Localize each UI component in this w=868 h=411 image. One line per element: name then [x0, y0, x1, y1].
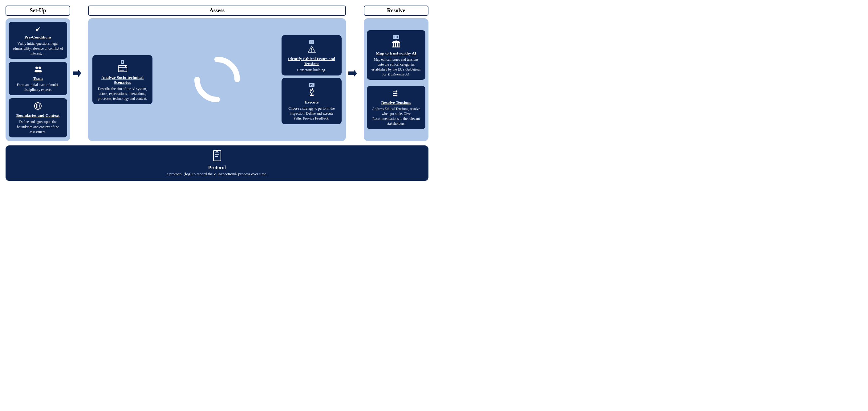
svg-rect-31	[397, 43, 398, 47]
boundaries-text: Define and agree upon the boundaries and…	[12, 119, 63, 134]
pre-conditions-text: Verify initial questions, legal admissib…	[12, 41, 63, 56]
pre-conditions-title: Pre-Conditions	[12, 35, 63, 40]
svg-marker-26	[348, 70, 357, 77]
roman-II: II	[309, 40, 314, 44]
team-text: Form an initial team of multi-disciplina…	[12, 82, 63, 92]
cycle-circle-svg	[191, 53, 243, 106]
svg-point-3	[38, 70, 42, 72]
protocol-title: Protocol	[208, 165, 226, 170]
svg-rect-32	[399, 43, 400, 47]
card-I: I Analyze Socio-technical S	[92, 55, 152, 104]
svg-point-19	[311, 52, 312, 52]
resolve-icon	[371, 90, 422, 99]
card-II-icon	[285, 45, 338, 55]
card-III-title: Map to trustworthy AI	[371, 51, 422, 56]
svg-rect-30	[395, 43, 396, 47]
svg-rect-37	[213, 150, 221, 161]
card-I-text: Describe the aim of the AI system, actor…	[96, 86, 149, 101]
assess-to-resolve-arrow	[347, 68, 357, 78]
card-IV-icon	[285, 88, 338, 98]
setup-inner: ✔ Pre-Conditions Verify initial question…	[5, 18, 70, 141]
boundaries-card: Boundaries and Context Define and agree …	[9, 98, 67, 137]
svg-point-13	[125, 66, 126, 67]
setup-column: Set-Up ✔ Pre-Conditions Verify initial q…	[5, 5, 70, 141]
assess-layout: I Analyze Socio-technical S	[92, 22, 342, 138]
card-III: III Map to trustworthy	[367, 30, 425, 80]
team-card: Team Form an initial team of multi-disci…	[9, 62, 67, 95]
roman-IV: IV	[309, 83, 314, 87]
resolve-tensions-text: Address Ethical Tensions, resolve when p…	[371, 106, 422, 126]
card-II: II Identify Ethical Issues and Tensions …	[282, 35, 342, 76]
svg-rect-28	[392, 42, 400, 43]
svg-marker-8	[73, 70, 81, 77]
card-I-wrapper: I Analyze Socio-technical S	[92, 55, 152, 104]
svg-rect-29	[393, 43, 394, 47]
team-icon	[12, 66, 63, 75]
resolve-column: Resolve III	[364, 5, 429, 141]
svg-rect-27	[392, 47, 400, 48]
top-row: Set-Up ✔ Pre-Conditions Verify initial q…	[5, 5, 429, 141]
card-I-title: Analyze Socio-technical Scenarios	[96, 75, 149, 85]
svg-point-1	[38, 66, 41, 69]
protocol-bar: Protocol a protocol (log) to record the …	[5, 145, 429, 181]
resolve-tensions-card: Resolve Tensions Address Ethical Tension…	[367, 86, 425, 129]
protocol-icon	[212, 150, 222, 164]
card-I-icon	[96, 65, 149, 74]
checkmark-icon: ✔	[12, 26, 63, 34]
card-II-title: Identify Ethical Issues and Tensions	[285, 56, 338, 66]
resolve-header: Resolve	[364, 5, 429, 16]
card-III-text: Map ethical issues and tensions onto the…	[371, 57, 422, 77]
svg-point-0	[35, 66, 38, 69]
main-container: Set-Up ✔ Pre-Conditions Verify initial q…	[0, 0, 434, 185]
boundaries-title: Boundaries and Context	[12, 113, 63, 118]
boundaries-icon	[12, 102, 63, 112]
card-III-icon	[371, 40, 422, 50]
assess-header: Assess	[88, 5, 346, 16]
card-IV-text: Choose a strategy to perform the inspect…	[285, 106, 338, 121]
setup-to-assess-arrow	[71, 68, 81, 78]
setup-header: Set-Up	[5, 5, 70, 16]
roman-I: I	[121, 60, 124, 64]
pre-conditions-card: ✔ Pre-Conditions Verify initial question…	[9, 22, 67, 59]
assess-right-cards: II Identify Ethical Issues and Tensions …	[282, 35, 342, 124]
protocol-text: a protocol (log) to record the Z-Inspect…	[167, 172, 268, 177]
svg-rect-41	[216, 150, 218, 152]
svg-marker-33	[392, 40, 400, 42]
card-II-text: Consensus building.	[285, 67, 338, 72]
resolve-tensions-title: Resolve Tensions	[371, 100, 422, 105]
card-IV: IV	[282, 78, 342, 124]
resolve-inner: III Map to trustworthy	[364, 18, 429, 141]
roman-III: III	[393, 35, 399, 39]
team-title: Team	[12, 76, 63, 81]
card-IV-title: Execute	[285, 100, 338, 105]
assess-inner: I Analyze Socio-technical S	[88, 18, 346, 141]
assess-column: Assess I	[88, 5, 346, 141]
svg-point-24	[311, 90, 312, 91]
cycle-area	[155, 53, 279, 106]
